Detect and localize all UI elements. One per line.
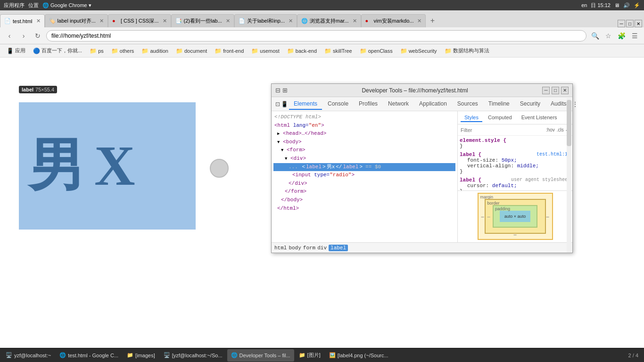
taskbar-chrome-test[interactable]: 🌐 test.html - Google C... [56,349,122,362]
styles-scrollbar-thumb[interactable] [567,111,571,146]
star-icon[interactable]: ☆ [603,30,614,41]
minimize-btn[interactable]: ─ [618,20,625,27]
radio-button[interactable] [210,159,229,178]
taskbar-images2[interactable]: 📁 [图片] [295,349,324,362]
terminal-icon: 🖥️ [6,352,12,359]
maximize-btn[interactable]: □ [626,20,634,27]
forward-button[interactable]: › [18,30,29,41]
tab-elements[interactable]: Elements [289,99,322,110]
system-bar-left: 应用程序 位置 🌐 Google Chrome ▾ [4,2,577,9]
devtools-mobile-icon[interactable]: 📱 [281,99,288,109]
dom-line-head[interactable]: ▶ <head>…</head> [273,130,455,138]
tab-event-listeners[interactable]: Event Listeners [518,114,561,122]
bookmark-webSecurity[interactable]: 📁 webSecurity [397,47,440,55]
tab-console[interactable]: Console [323,99,353,110]
tab-3-close[interactable]: ✕ [163,18,167,24]
bookmarks-bar: 📱 应用 🔵 百度一下，你就... 📁 ps 📁 others 📁 auditi… [0,44,644,58]
url-bar[interactable] [46,30,586,41]
folder-frontend-icon: 📁 [215,48,222,54]
devtools-inspect-icon[interactable]: ⊡ [275,99,280,109]
tab-3[interactable]: ● [ CSS ] CSS深... ✕ [108,14,171,27]
extensions-icon[interactable]: 🧩 [616,30,627,41]
browser-menu[interactable]: 🌐 Google Chrome ▾ [42,2,91,8]
bookmark-audition[interactable]: 📁 audition [139,47,171,55]
devtools-dock-icon[interactable]: ⊟ [275,87,281,94]
tab-2-close[interactable]: ✕ [99,18,104,24]
bookmark-document[interactable]: 📁 document [173,47,210,55]
time-display: 日 15:12 [591,2,611,9]
tab-styles[interactable]: Styles [461,114,482,122]
tab-timeline[interactable]: Timeline [484,99,514,110]
cls-button[interactable]: .cls [557,127,564,132]
tooltip-element-name: label [22,87,33,92]
taskbar-terminal2[interactable]: 🖥️ [yzf@localhost:~/So... [160,349,226,362]
devtools-undock-icon[interactable]: ⊞ [282,87,288,94]
reload-button[interactable]: ↻ [32,30,43,41]
breadcrumb-form[interactable]: form [303,245,315,251]
taskbar-label4[interactable]: 🖼️ [label4.png (~/Sourc... [325,349,392,362]
bookmark-baidu-label: 百度一下，你就... [41,47,82,54]
tab-application[interactable]: Application [414,99,452,110]
apps-menu[interactable]: 应用程序 [4,2,25,9]
devtools-close-btn[interactable]: ✕ [561,87,569,94]
hov-button[interactable]: :hov [546,127,555,132]
tab-security[interactable]: Security [515,99,545,110]
breadcrumb-html[interactable]: html [274,245,287,251]
taskbar: 🖥️ yzf@localhost:~ 🌐 test.html - Google … [0,348,644,362]
bookmark-apps[interactable]: 📱 应用 [4,46,28,55]
label-source-1[interactable]: test.html:11 [537,152,570,157]
breadcrumb-body[interactable]: body [289,245,301,251]
tab-4-close[interactable]: ✕ [226,18,230,24]
bookmark-front-end[interactable]: 📁 front-end [212,47,247,55]
tab-6-close[interactable]: ✕ [353,18,357,24]
screen-btn[interactable]: 🖥 [614,2,619,8]
devtools-maximize-btn[interactable]: □ [552,87,559,94]
tab-4[interactable]: 📑 (2)看到一些lab... ✕ [171,14,234,27]
breadcrumb-div[interactable]: div [317,245,327,251]
tab-sources[interactable]: Sources [453,99,483,110]
bookmark-others[interactable]: 📁 others [108,47,137,55]
breadcrumb-label[interactable]: label [329,245,348,251]
tab-5[interactable]: 📄 关于label和inp... ✕ [234,14,297,27]
taskbar-terminal[interactable]: 🖥️ yzf@localhost:~ [2,349,55,362]
dom-line-body[interactable]: ▼ <body> [273,138,455,147]
position-menu[interactable]: 位置 [28,2,39,9]
bookmark-back-end[interactable]: 📁 back-end [284,47,320,55]
bookmark-openClass[interactable]: 📁 openClass [357,47,396,55]
dom-line-input[interactable]: <input type="radio"> [273,171,455,180]
dom-breadcrumb: html body form div label [272,242,572,253]
new-tab-button[interactable]: + [426,14,439,27]
tab-7-close[interactable]: ✕ [417,18,421,24]
back-button[interactable]: ‹ [4,30,15,41]
tab-network[interactable]: Network [383,99,413,110]
devtools-minimize-btn[interactable]: ─ [542,87,550,94]
close-btn[interactable]: ✕ [635,20,642,27]
dom-line-label[interactable]: ... <label>男x</label> == $0 [273,163,455,172]
dom-line-form[interactable]: ▼ <form> [273,146,455,155]
tab-6[interactable]: 🌐 浏览器支持mar... ✕ [297,14,361,27]
tab-computed[interactable]: Computed [484,114,516,122]
dom-line-div[interactable]: ▼ <div> [273,155,455,163]
tab-3-title: [ CSS ] CSS深... [121,17,159,25]
tab-5-close[interactable]: ✕ [289,18,293,24]
taskbar-images[interactable]: 📁 [images] [123,349,159,362]
search-icon[interactable]: 🔍 [589,30,601,41]
settings-icon[interactable]: ☰ [629,30,640,41]
power-btn[interactable]: ⚡ [634,2,640,8]
devtools-more-btn[interactable]: ⋮ [572,100,578,108]
tab-2[interactable]: 🏷️ label input对齐... ✕ [45,14,108,27]
bookmark-ps[interactable]: 📁 ps [87,47,107,55]
tab-1[interactable]: 📄 test.html ✕ [0,14,45,27]
bookmark-skillTree[interactable]: 📁 skillTree [322,47,355,55]
cursor-prop-name: cursor: [467,183,492,189]
taskbar-devtools[interactable]: 🌐 Developer Tools – fil... [227,349,294,362]
volume-btn[interactable]: 🔊 [623,2,630,8]
bookmark-data-struct[interactable]: 📁 数据结构与算法 [442,46,492,55]
tab-7[interactable]: ● vim安装markdo... ✕ [361,14,426,27]
bookmark-usemost[interactable]: 📁 usemost [248,47,282,55]
tab-1-close[interactable]: ✕ [36,18,41,24]
styles-scrollbar[interactable] [567,111,571,242]
tab-profiles[interactable]: Profiles [354,99,382,110]
bookmark-baidu[interactable]: 🔵 百度一下，你就... [30,46,85,55]
styles-filter-input[interactable] [461,127,544,133]
